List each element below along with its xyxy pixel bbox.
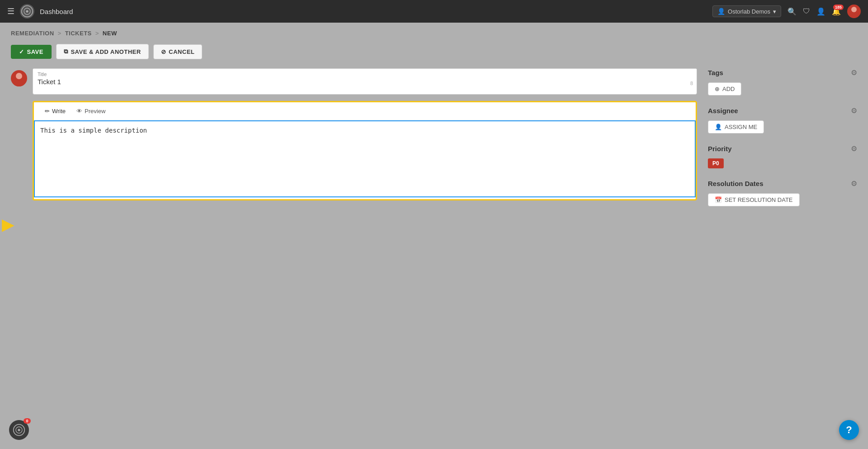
svg-point-2 <box>26 10 28 12</box>
form-fields: Title 8 ✏ Write 👁 Preview <box>33 68 697 201</box>
shield-icon-btn[interactable]: 🛡 <box>803 7 810 15</box>
person-icon: 👤 <box>717 8 725 15</box>
description-textarea[interactable]: This is a simple description <box>34 120 696 197</box>
char-count: 8 <box>690 81 693 86</box>
assignee-title: Assignee <box>708 107 738 115</box>
bottom-logo-badge: 0 <box>24 418 31 424</box>
save-add-button[interactable]: ⧉ SAVE & ADD ANOTHER <box>56 44 149 59</box>
breadcrumb-sep-1: > <box>58 30 62 37</box>
search-icon-btn[interactable]: 🔍 <box>787 7 797 16</box>
top-nav: ☰ Dashboard 👤 Ostorlab Demos ▾ 🔍 🛡 👤 🔔 1… <box>0 0 868 23</box>
cancel-icon: ⊘ <box>161 48 166 55</box>
nav-title: Dashboard <box>40 8 73 15</box>
save-button[interactable]: ✓ SAVE <box>11 45 52 59</box>
content-area: REMEDIATION > TICKETS > NEW ✓ SAVE ⧉ SAV… <box>0 23 868 224</box>
breadcrumb-new: NEW <box>103 30 117 37</box>
nav-right: 👤 Ostorlab Demos ▾ 🔍 🛡 👤 🔔 185 <box>712 5 861 18</box>
bottom-logo[interactable]: 0 <box>9 420 29 440</box>
hamburger-icon[interactable]: ☰ <box>7 6 14 16</box>
workspace-selector[interactable]: 👤 Ostorlab Demos ▾ <box>712 5 781 17</box>
tags-title: Tags <box>708 69 723 76</box>
svg-point-5 <box>16 73 22 79</box>
copy-icon: ⧉ <box>64 48 68 55</box>
priority-header: Priority ⚙ <box>708 144 857 153</box>
resolution-header: Resolution Dates ⚙ <box>708 179 857 188</box>
left-arrow-indicator[interactable]: ▶ <box>0 211 16 238</box>
bell-icon-btn[interactable]: 🔔 185 <box>832 7 841 16</box>
assign-icon: 👤 <box>715 124 722 130</box>
toolbar: ✓ SAVE ⧉ SAVE & ADD ANOTHER ⊘ CANCEL <box>11 44 857 59</box>
notification-badge: 185 <box>833 5 844 10</box>
svg-point-4 <box>849 12 859 18</box>
title-label: Title <box>38 72 692 77</box>
assign-me-button[interactable]: 👤 ASSIGN ME <box>708 120 764 134</box>
cancel-button[interactable]: ⊘ CANCEL <box>153 44 203 59</box>
workspace-name: Ostorlab Demos <box>728 8 770 15</box>
priority-title: Priority <box>708 145 732 153</box>
resolution-dates-section: Resolution Dates ⚙ 📅 SET RESOLUTION DATE <box>708 179 857 206</box>
priority-gear-icon[interactable]: ⚙ <box>851 144 857 153</box>
check-icon: ✓ <box>19 48 24 55</box>
add-icon: ⊕ <box>715 86 720 92</box>
main-layout: Title 8 ✏ Write 👁 Preview <box>11 68 857 217</box>
add-tag-button[interactable]: ⊕ ADD <box>708 82 741 96</box>
user-avatar-side <box>11 70 27 86</box>
priority-section: Priority ⚙ P0 <box>708 144 857 168</box>
set-resolution-date-button[interactable]: 📅 SET RESOLUTION DATE <box>708 193 800 206</box>
title-field-container: Title 8 <box>33 69 697 89</box>
svg-point-9 <box>18 429 20 431</box>
assignee-header: Assignee ⚙ <box>708 106 857 115</box>
tags-section: Tags ⚙ ⊕ ADD <box>708 68 857 96</box>
resolution-title: Resolution Dates <box>708 180 764 187</box>
breadcrumb-remediation[interactable]: REMEDIATION <box>11 30 54 37</box>
help-button[interactable]: ? <box>839 420 859 440</box>
breadcrumb-tickets[interactable]: TICKETS <box>65 30 92 37</box>
eye-icon: 👁 <box>76 108 82 115</box>
form-section: Title 8 ✏ Write 👁 Preview <box>11 68 697 201</box>
svg-point-3 <box>851 7 857 12</box>
calendar-icon: 📅 <box>715 196 722 203</box>
svg-point-6 <box>14 80 24 86</box>
nav-left: ☰ Dashboard <box>7 4 73 19</box>
chevron-down-icon: ▾ <box>773 8 776 15</box>
contact-icon-btn[interactable]: 👤 <box>816 7 825 16</box>
assignee-gear-icon[interactable]: ⚙ <box>851 106 857 115</box>
priority-badge[interactable]: P0 <box>708 158 724 168</box>
preview-tab[interactable]: 👁 Preview <box>71 106 111 116</box>
breadcrumb-sep-2: > <box>95 30 99 37</box>
resolution-gear-icon[interactable]: ⚙ <box>851 179 857 188</box>
title-input[interactable] <box>38 78 692 86</box>
assignee-section: Assignee ⚙ 👤 ASSIGN ME <box>708 106 857 134</box>
pencil-icon: ✏ <box>45 108 50 115</box>
editor-container: ✏ Write 👁 Preview This is a simple descr… <box>33 101 697 201</box>
app-logo <box>20 4 34 19</box>
editor-tabs: ✏ Write 👁 Preview <box>34 102 696 120</box>
breadcrumb: REMEDIATION > TICKETS > NEW <box>11 30 857 37</box>
user-avatar-nav[interactable] <box>847 5 861 18</box>
tags-header: Tags ⚙ <box>708 68 857 77</box>
right-sidebar: Tags ⚙ ⊕ ADD Assignee ⚙ 👤 ASSIGN ME <box>708 68 857 217</box>
tags-gear-icon[interactable]: ⚙ <box>851 68 857 77</box>
title-field-wrapper: Title 8 <box>33 68 697 95</box>
write-tab[interactable]: ✏ Write <box>39 106 71 116</box>
